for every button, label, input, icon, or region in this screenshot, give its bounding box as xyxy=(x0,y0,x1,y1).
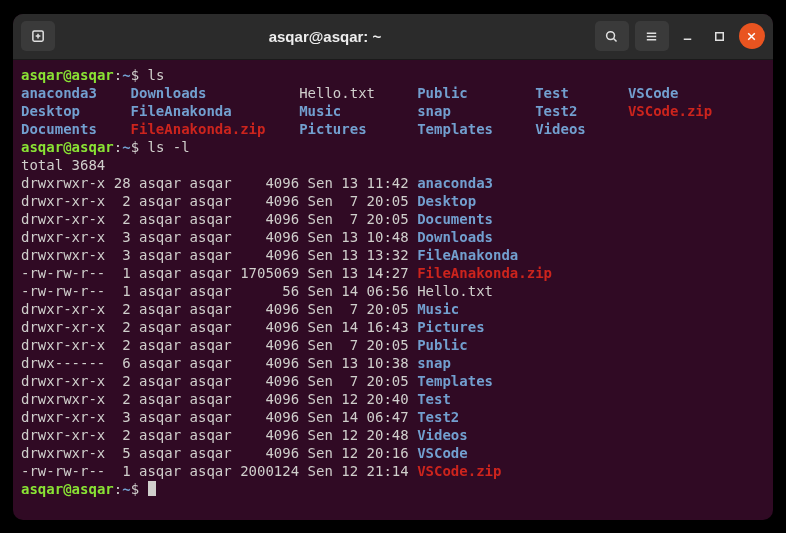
lsl-row-name: Public xyxy=(417,337,468,353)
terminal-window: asqar@asqar: ~ asqar@asqar:~$ xyxy=(13,14,773,520)
lsl-row-name: Test2 xyxy=(417,409,459,425)
menu-button[interactable] xyxy=(635,21,669,51)
lsl-row-name: Test xyxy=(417,391,451,407)
lsl-row-meta: drwxrwxr-x 3 asqar asqar 4096 Sen 13 13:… xyxy=(21,247,417,263)
lsl-row-meta: drwxr-xr-x 2 asqar asqar 4096 Sen 7 20:0… xyxy=(21,301,417,317)
lsl-row-name: VSCode xyxy=(417,445,468,461)
ls-entry: Documents xyxy=(21,121,114,137)
cursor xyxy=(148,481,156,496)
lsl-row-meta: drwxrwxr-x 28 asqar asqar 4096 Sen 13 11… xyxy=(21,175,417,191)
lsl-row-meta: -rw-rw-r-- 1 asqar asqar 2000124 Sen 12 … xyxy=(21,463,417,479)
new-tab-icon xyxy=(31,29,46,44)
command-text: ls -l xyxy=(148,139,190,155)
prompt-user: asqar xyxy=(21,67,63,83)
prompt-host: asqar xyxy=(72,67,114,83)
lsl-row-name: Downloads xyxy=(417,229,493,245)
hamburger-icon xyxy=(644,29,659,44)
ls-entry: Test xyxy=(535,85,611,101)
ls-entry: Videos xyxy=(535,121,611,137)
lsl-row-meta: drwxr-xr-x 2 asqar asqar 4096 Sen 14 16:… xyxy=(21,319,417,335)
titlebar: asqar@asqar: ~ xyxy=(13,14,773,60)
prompt-colon: : xyxy=(114,139,122,155)
ls-entry: Public xyxy=(417,85,518,101)
lsl-row-meta: drwxr-xr-x 2 asqar asqar 4096 Sen 7 20:0… xyxy=(21,373,417,389)
prompt-colon: : xyxy=(114,481,122,497)
lsl-row-meta: drwxr-xr-x 2 asqar asqar 4096 Sen 12 20:… xyxy=(21,427,417,443)
prompt-path: ~ xyxy=(122,481,130,497)
lsl-row-name: VSCode.zip xyxy=(417,463,501,479)
prompt-colon: : xyxy=(114,67,122,83)
new-tab-button[interactable] xyxy=(21,21,55,51)
minimize-icon xyxy=(680,29,695,44)
prompt-user: asqar xyxy=(21,139,63,155)
maximize-button[interactable] xyxy=(707,23,733,49)
prompt-user: asqar xyxy=(21,481,63,497)
window-title: asqar@asqar: ~ xyxy=(269,28,382,45)
prompt-host: asqar xyxy=(72,481,114,497)
lsl-row-meta: drwxrwxr-x 5 asqar asqar 4096 Sen 12 20:… xyxy=(21,445,417,461)
lsl-total: total 3684 xyxy=(21,157,105,173)
lsl-row-meta: drwxr-xr-x 3 asqar asqar 4096 Sen 13 10:… xyxy=(21,229,417,245)
ls-entry: Hello.txt xyxy=(299,85,400,101)
lsl-row-name: Hello.txt xyxy=(417,283,493,299)
prompt-dollar: $ xyxy=(131,481,139,497)
lsl-row-name: FileAnakonda.zip xyxy=(417,265,552,281)
lsl-row-meta: drwx------ 6 asqar asqar 4096 Sen 13 10:… xyxy=(21,355,417,371)
lsl-row-meta: drwxr-xr-x 2 asqar asqar 4096 Sen 7 20:0… xyxy=(21,211,417,227)
ls-entry: Music xyxy=(299,103,400,119)
close-button[interactable] xyxy=(739,23,765,49)
prompt-dollar: $ xyxy=(131,67,139,83)
lsl-row-meta: -rw-rw-r-- 1 asqar asqar 56 Sen 14 06:56 xyxy=(21,283,417,299)
lsl-row-meta: drwxr-xr-x 2 asqar asqar 4096 Sen 7 20:0… xyxy=(21,337,417,353)
search-icon xyxy=(604,29,619,44)
ls-entry: Pictures xyxy=(299,121,400,137)
terminal-body[interactable]: asqar@asqar:~$ ls anaconda3 Downloads He… xyxy=(13,60,773,520)
close-icon xyxy=(744,29,759,44)
ls-entry: anaconda3 xyxy=(21,85,114,101)
lsl-row-name: Templates xyxy=(417,373,493,389)
ls-entry: snap xyxy=(417,103,518,119)
ls-entry: Desktop xyxy=(21,103,114,119)
ls-entry: Test2 xyxy=(535,103,611,119)
ls-entry: FileAnakonda.zip xyxy=(131,121,283,137)
lsl-row-name: snap xyxy=(417,355,451,371)
lsl-row-name: anaconda3 xyxy=(417,175,493,191)
svg-point-1 xyxy=(607,31,615,39)
lsl-row-name: FileAnakonda xyxy=(417,247,518,263)
ls-entry: VSCode xyxy=(628,85,679,101)
lsl-row-name: Desktop xyxy=(417,193,476,209)
lsl-row-meta: -rw-rw-r-- 1 asqar asqar 1705069 Sen 13 … xyxy=(21,265,417,281)
prompt-sep: @ xyxy=(63,67,71,83)
lsl-row-name: Documents xyxy=(417,211,493,227)
lsl-row-meta: drwxrwxr-x 2 asqar asqar 4096 Sen 12 20:… xyxy=(21,391,417,407)
prompt-sep: @ xyxy=(63,139,71,155)
lsl-row-meta: drwxr-xr-x 2 asqar asqar 4096 Sen 7 20:0… xyxy=(21,193,417,209)
ls-entry: VSCode.zip xyxy=(628,103,712,119)
minimize-button[interactable] xyxy=(675,23,701,49)
prompt-host: asqar xyxy=(72,139,114,155)
prompt-sep: @ xyxy=(63,481,71,497)
lsl-row-name: Pictures xyxy=(417,319,484,335)
prompt-path: ~ xyxy=(122,139,130,155)
maximize-icon xyxy=(712,29,727,44)
lsl-row-name: Videos xyxy=(417,427,468,443)
lsl-row-meta: drwxr-xr-x 3 asqar asqar 4096 Sen 14 06:… xyxy=(21,409,417,425)
ls-entry: Templates xyxy=(417,121,518,137)
svg-rect-2 xyxy=(716,32,724,40)
prompt-path: ~ xyxy=(122,67,130,83)
lsl-row-name: Music xyxy=(417,301,459,317)
search-button[interactable] xyxy=(595,21,629,51)
prompt-dollar: $ xyxy=(131,139,139,155)
ls-entry: FileAnakonda xyxy=(131,103,283,119)
ls-entry: Downloads xyxy=(131,85,283,101)
command-text: ls xyxy=(148,67,165,83)
